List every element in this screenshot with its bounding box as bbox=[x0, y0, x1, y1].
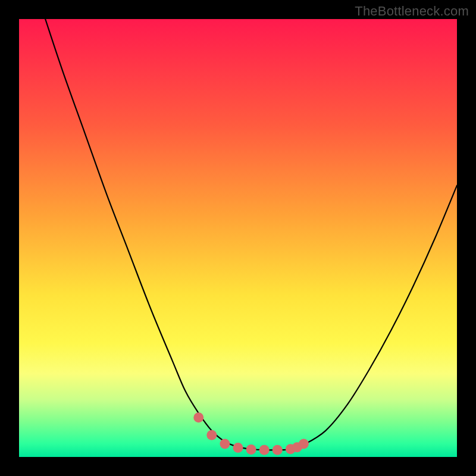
watermark-text: TheBottleneck.com bbox=[355, 4, 469, 19]
bottleneck-curve bbox=[45, 19, 457, 450]
marker-point bbox=[273, 445, 283, 455]
chart-frame: TheBottleneck.com bbox=[0, 0, 476, 476]
marker-point bbox=[206, 430, 217, 440]
curve-layer bbox=[19, 19, 457, 457]
marker-point bbox=[220, 439, 230, 449]
bottleneck-markers bbox=[193, 412, 309, 455]
plot-area bbox=[19, 19, 457, 457]
marker-point bbox=[233, 443, 243, 453]
marker-point bbox=[299, 439, 309, 449]
marker-point bbox=[193, 412, 203, 422]
marker-point bbox=[259, 445, 270, 455]
marker-point bbox=[246, 444, 256, 455]
